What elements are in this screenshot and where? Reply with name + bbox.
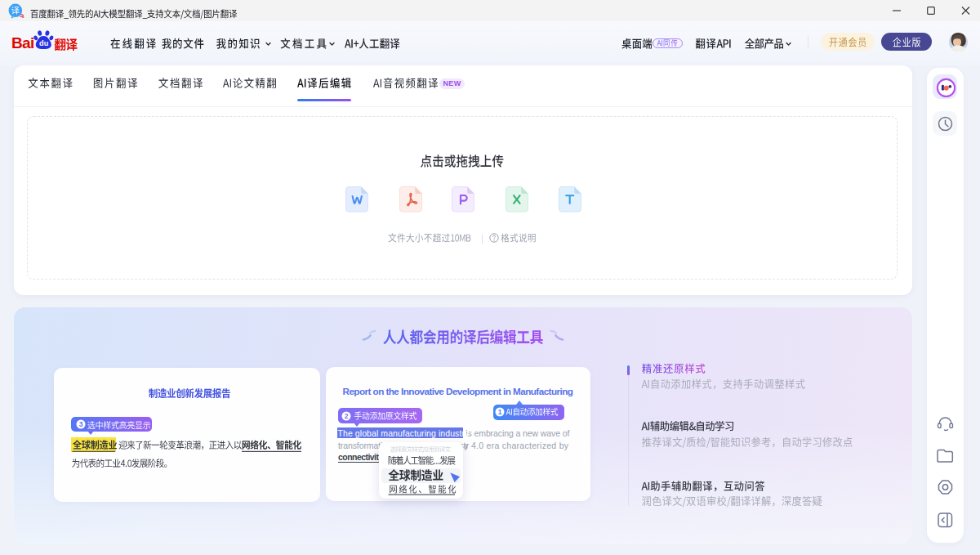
svg-text:2: 2 — [344, 412, 348, 420]
svg-text:du: du — [39, 39, 48, 47]
svg-text:3: 3 — [79, 420, 83, 428]
svg-text:1: 1 — [498, 408, 502, 416]
